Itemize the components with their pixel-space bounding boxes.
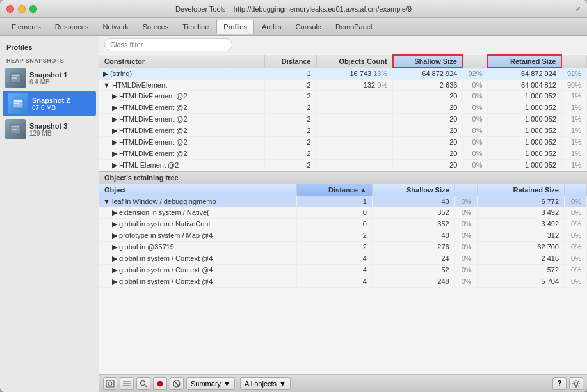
table-row[interactable]: ▶ HTMLDivElement @2 2 20 0% 1 000 052 1%: [99, 148, 587, 159]
minimize-button[interactable]: [18, 5, 26, 13]
cell-retained-pct: 1%: [561, 90, 586, 102]
ret-col-retained[interactable]: Retained Size: [477, 184, 564, 196]
main-content: Profiles HEAP SNAPSHOTS Snapshot 1 6.4 M…: [0, 36, 587, 392]
cell-constructor: ▶ HTMLDivElement @2: [99, 113, 264, 125]
cell-retained-pct: 1%: [561, 102, 586, 113]
svg-line-25: [578, 385, 579, 386]
svg-rect-7: [12, 126, 19, 127]
tab-network[interactable]: Network: [96, 20, 134, 34]
cell-shallow: 20: [393, 159, 463, 171]
cell-object: ▶ global in system / Context @4: [99, 264, 296, 276]
settings-button[interactable]: [569, 377, 583, 390]
col-objects[interactable]: Objects Count: [316, 55, 393, 68]
ret-col-distance[interactable]: Distance ▲: [296, 184, 372, 196]
table-row[interactable]: ▶ global in system / Context @4 4 248 0%…: [99, 276, 587, 287]
table-row[interactable]: ▼ HTMLDivElement 2 132 0% 2 636 0% 64 00…: [99, 79, 587, 90]
cell-object: ▶ global in system / Context @4: [99, 276, 296, 287]
cell-retained-pct: 0%: [565, 241, 587, 253]
cell-retained-pct: 1%: [561, 113, 586, 125]
snapshot-item-3[interactable]: Snapshot 3 129 MB: [0, 116, 99, 142]
tab-elements[interactable]: Elements: [5, 20, 47, 34]
sidebar-title: Profiles: [0, 41, 99, 55]
search-button[interactable]: [136, 377, 150, 390]
snapshot-size-1: 6.4 MB: [29, 79, 67, 86]
heap-table-body: ▶ (string) 1 16 743 13% 64 872 924 92% 6…: [99, 68, 587, 171]
cell-retained: 64 872 924: [488, 68, 562, 79]
ret-col-shallow-pct: [454, 184, 477, 196]
cell-retained: 1 000 052: [488, 102, 562, 113]
cell-retained: 1 000 052: [488, 159, 562, 171]
cell-distance: 2: [264, 136, 316, 148]
col-distance[interactable]: Distance: [264, 55, 316, 68]
col-shallow[interactable]: Shallow Size: [393, 55, 463, 68]
ret-col-shallow[interactable]: Shallow Size: [372, 184, 454, 196]
cell-distance: 2: [264, 148, 316, 159]
col-retained[interactable]: Retained Size: [488, 55, 562, 68]
table-row[interactable]: ▶ (string) 1 16 743 13% 64 872 924 92% 6…: [99, 68, 587, 79]
maximize-button[interactable]: [29, 5, 37, 13]
table-row[interactable]: ▶ HTML Element @2 2 20 0% 1 000 052 1%: [99, 159, 587, 171]
svg-point-16: [157, 381, 163, 386]
tab-demopanel[interactable]: DemoPanel: [329, 20, 378, 34]
table-row[interactable]: ▶ global in system / Context @4 4 52 0% …: [99, 264, 587, 276]
cell-shallow: 248: [372, 276, 454, 287]
cell-retained: 1 000 052: [488, 148, 562, 159]
cell-objects: 132 0%: [316, 79, 393, 90]
table-row[interactable]: ▶ global in system / NativeCont 0 352 0%…: [99, 218, 587, 230]
snapshot-icon-2: [8, 93, 28, 114]
cell-distance: 4: [296, 253, 372, 264]
table-row[interactable]: ▶ HTMLDivElement @2 2 20 0% 1 000 052 1%: [99, 136, 587, 148]
cell-retained: 572: [477, 264, 564, 276]
cell-retained-pct: 0%: [565, 276, 587, 287]
tab-resources[interactable]: Resources: [49, 20, 95, 34]
snapshot-name-1: Snapshot 1: [29, 71, 67, 79]
cell-retained: 5 704: [477, 276, 564, 287]
table-row[interactable]: ▼ leaf in Window / debuggingmemo 1 40 0%…: [99, 196, 587, 207]
filter-dropdown[interactable]: All objects ▼: [240, 377, 291, 390]
table-row[interactable]: ▶ HTMLDivElement @2 2 20 0% 1 000 052 1%: [99, 125, 587, 136]
cell-shallow: 352: [372, 218, 454, 230]
close-button[interactable]: [6, 5, 14, 13]
record-button[interactable]: [153, 377, 167, 390]
heap-table: Constructor Distance Objects Count Shall…: [99, 54, 587, 171]
svg-rect-5: [14, 103, 19, 104]
devtools-window: Developer Tools – http://debuggingmemory…: [0, 0, 587, 392]
table-row[interactable]: ▶ HTMLDivElement @2 2 20 0% 1 000 052 1%: [99, 90, 587, 102]
summary-dropdown[interactable]: Summary ▼: [186, 377, 235, 390]
snapshot-name-3: Snapshot 3: [29, 122, 67, 130]
clear-button[interactable]: [170, 377, 184, 390]
tab-sources[interactable]: Sources: [136, 20, 175, 34]
cell-constructor: ▶ HTMLDivElement @2: [99, 136, 264, 148]
cell-shallow-pct: 0%: [463, 102, 488, 113]
table-row[interactable]: ▶ extension in system / Native( 0 352 0%…: [99, 207, 587, 218]
capture-snapshot-button[interactable]: [103, 377, 117, 390]
snapshot-item-2[interactable]: Snapshot 2 67.6 MB: [3, 91, 96, 116]
table-row[interactable]: ▶ HTMLDivElement @2 2 20 0% 1 000 052 1%: [99, 113, 587, 125]
table-row[interactable]: ▶ HTMLDivElement @2 2 20 0% 1 000 052 1%: [99, 102, 587, 113]
cell-retained-pct: 92%: [561, 68, 586, 79]
list-view-button[interactable]: [120, 377, 134, 390]
cell-shallow-pct: 0%: [454, 253, 477, 264]
tab-profiles[interactable]: Profiles: [216, 20, 254, 34]
class-filter-input[interactable]: [104, 38, 232, 51]
cell-distance: 2: [264, 125, 316, 136]
table-row[interactable]: ▶ prototype in system / Map @4 2 40 0% 3…: [99, 230, 587, 241]
tab-timeline[interactable]: Timeline: [176, 20, 215, 34]
help-button[interactable]: ?: [552, 377, 567, 390]
table-container: Constructor Distance Objects Count Shall…: [99, 54, 587, 374]
ret-col-retained-pct: [565, 184, 587, 196]
retaining-tree-header: Object's retaining tree: [99, 171, 587, 184]
cell-shallow-pct: 0%: [463, 125, 488, 136]
cell-shallow: 20: [393, 113, 463, 125]
cell-shallow-pct: 0%: [454, 241, 477, 253]
expand-icon[interactable]: ⤢: [575, 5, 581, 12]
table-row[interactable]: ▶ global in @35719 2 276 0% 62 700 0%: [99, 241, 587, 253]
cell-distance: 2: [296, 230, 372, 241]
cell-shallow-pct: 0%: [454, 196, 477, 207]
cell-objects: [316, 102, 393, 113]
table-row[interactable]: ▶ global in system / Context @4 4 24 0% …: [99, 253, 587, 264]
tab-console[interactable]: Console: [289, 20, 328, 34]
snapshot-item-1[interactable]: Snapshot 1 6.4 MB: [0, 65, 99, 91]
cell-shallow-pct: 0%: [454, 230, 477, 241]
tab-audits[interactable]: Audits: [255, 20, 288, 34]
